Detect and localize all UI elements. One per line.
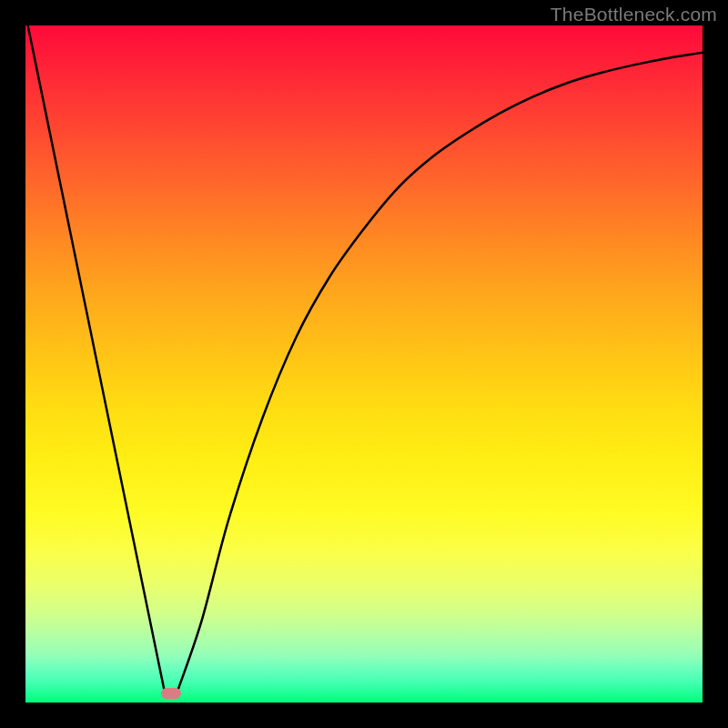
curve-svg bbox=[25, 25, 703, 703]
plot-area bbox=[25, 25, 703, 703]
chart-frame: TheBottleneck.com bbox=[0, 0, 728, 728]
curve-left bbox=[28, 25, 165, 691]
curve-right bbox=[177, 53, 703, 691]
bottleneck-marker bbox=[161, 688, 181, 699]
watermark-text: TheBottleneck.com bbox=[551, 4, 717, 25]
